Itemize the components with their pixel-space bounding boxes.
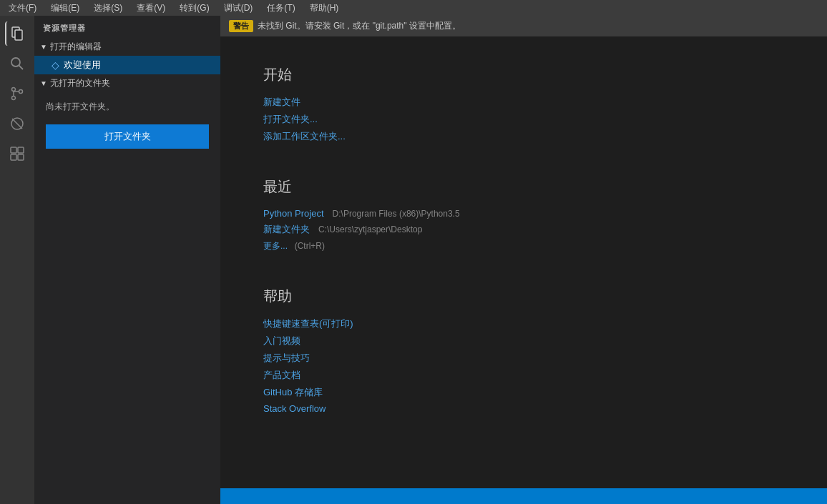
svg-rect-10 <box>18 147 24 153</box>
help-title: 帮助 <box>263 287 784 306</box>
docs-link[interactable]: 产品文档 <box>263 369 784 382</box>
explorer-icon[interactable] <box>5 21 29 46</box>
welcome-tab[interactable]: ◇ 欢迎使用 <box>34 56 220 74</box>
start-section: 开始 新建文件 打开文件夹... 添加工作区文件夹... <box>263 65 784 143</box>
content-area: 警告 未找到 Git。请安装 Git，或在 "git.path" 设置中配置。 … <box>220 16 827 504</box>
start-title: 开始 <box>263 65 784 84</box>
sidebar-header: 资源管理器 <box>34 16 220 38</box>
main-container: 资源管理器 ▼ 打开的编辑器 ◇ 欢迎使用 ▼ 无打开的文件夹 尚未打开文件夹。… <box>0 16 827 504</box>
svg-line-3 <box>19 66 24 70</box>
stackoverflow-link[interactable]: Stack Overflow <box>263 403 784 414</box>
warning-bar: 警告 未找到 Git。请安装 Git，或在 "git.path" 设置中配置。 <box>220 16 827 36</box>
recent-path-1: C:\Users\zytjasper\Desktop <box>318 224 422 234</box>
open-folder-link[interactable]: 打开文件夹... <box>263 113 784 126</box>
svg-rect-12 <box>18 154 24 160</box>
keybindings-link[interactable]: 快捷键速查表(可打印) <box>263 317 784 330</box>
svg-line-8 <box>12 119 22 129</box>
recent-item-0: Python Project D:\Program Files (x86)\Py… <box>263 208 784 219</box>
menu-debug[interactable]: 调试(D) <box>221 2 256 14</box>
new-file-link[interactable]: 新建文件 <box>263 96 784 109</box>
intro-videos-link[interactable]: 入门视频 <box>263 335 784 347</box>
no-folder-section[interactable]: ▼ 无打开的文件夹 <box>34 74 220 92</box>
svg-point-4 <box>12 88 16 92</box>
warning-label: 警告 <box>229 20 253 32</box>
menu-help[interactable]: 帮助(H) <box>307 2 342 14</box>
debug-icon[interactable] <box>5 112 29 136</box>
menu-tasks[interactable]: 任务(T) <box>264 2 298 14</box>
svg-rect-11 <box>11 154 16 160</box>
titlebar: 文件(F) 编辑(E) 选择(S) 查看(V) 转到(G) 调试(D) 任务(T… <box>0 0 827 16</box>
tips-tricks-link[interactable]: 提示与技巧 <box>263 352 784 365</box>
open-editors-label: 打开的编辑器 <box>50 41 102 53</box>
status-bar <box>220 488 827 504</box>
recent-name-0[interactable]: Python Project <box>263 208 324 219</box>
menu-select[interactable]: 选择(S) <box>91 2 125 14</box>
help-section: 帮助 快捷键速查表(可打印) 入门视频 提示与技巧 产品文档 GitHub 存储… <box>263 287 784 414</box>
no-folder-label: 无打开的文件夹 <box>50 77 110 89</box>
more-label: 更多... <box>263 241 288 251</box>
no-folder-arrow: ▼ <box>40 79 47 87</box>
recent-title: 最近 <box>263 177 784 197</box>
menu-view[interactable]: 查看(V) <box>134 2 168 14</box>
open-editors-arrow: ▼ <box>40 43 47 51</box>
no-folder-message: 尚未打开文件夹。 <box>34 92 220 122</box>
vscode-icon: ◇ <box>52 59 59 71</box>
open-folder-button[interactable]: 打开文件夹 <box>46 124 209 149</box>
extensions-icon[interactable] <box>5 142 29 166</box>
search-icon[interactable] <box>5 51 29 76</box>
more-shortcut: (Ctrl+R) <box>295 241 325 251</box>
add-workspace-link[interactable]: 添加工作区文件夹... <box>263 130 784 143</box>
menu-edit[interactable]: 编辑(E) <box>48 2 82 14</box>
recent-path-0: D:\Program Files (x86)\Python3.5 <box>333 209 460 219</box>
svg-point-2 <box>11 58 20 66</box>
sidebar: 资源管理器 ▼ 打开的编辑器 ◇ 欢迎使用 ▼ 无打开的文件夹 尚未打开文件夹。… <box>34 16 220 504</box>
svg-rect-1 <box>15 30 22 40</box>
menu-goto[interactable]: 转到(G) <box>177 2 212 14</box>
titlebar-menu: 文件(F) 编辑(E) 选择(S) 查看(V) 转到(G) 调试(D) 任务(T… <box>6 2 341 14</box>
warning-message: 未找到 Git。请安装 Git，或在 "git.path" 设置中配置。 <box>258 20 461 32</box>
recent-section: 最近 Python Project D:\Program Files (x86)… <box>263 177 784 252</box>
activity-bar <box>0 16 34 504</box>
menu-file[interactable]: 文件(F) <box>6 2 39 14</box>
github-link[interactable]: GitHub 存储库 <box>263 386 784 399</box>
recent-item-1: 新建文件夹 C:\Users\zytjasper\Desktop <box>263 223 784 236</box>
welcome-content: 开始 新建文件 打开文件夹... 添加工作区文件夹... 最近 Python P… <box>220 36 827 488</box>
svg-rect-9 <box>11 147 16 153</box>
welcome-tab-label: 欢迎使用 <box>64 59 101 71</box>
more-recent-link[interactable]: 更多... (Ctrl+R) <box>263 240 784 252</box>
recent-name-1[interactable]: 新建文件夹 <box>263 223 310 236</box>
open-editors-section[interactable]: ▼ 打开的编辑器 <box>34 38 220 56</box>
svg-point-5 <box>12 97 16 100</box>
git-icon[interactable] <box>5 81 29 106</box>
